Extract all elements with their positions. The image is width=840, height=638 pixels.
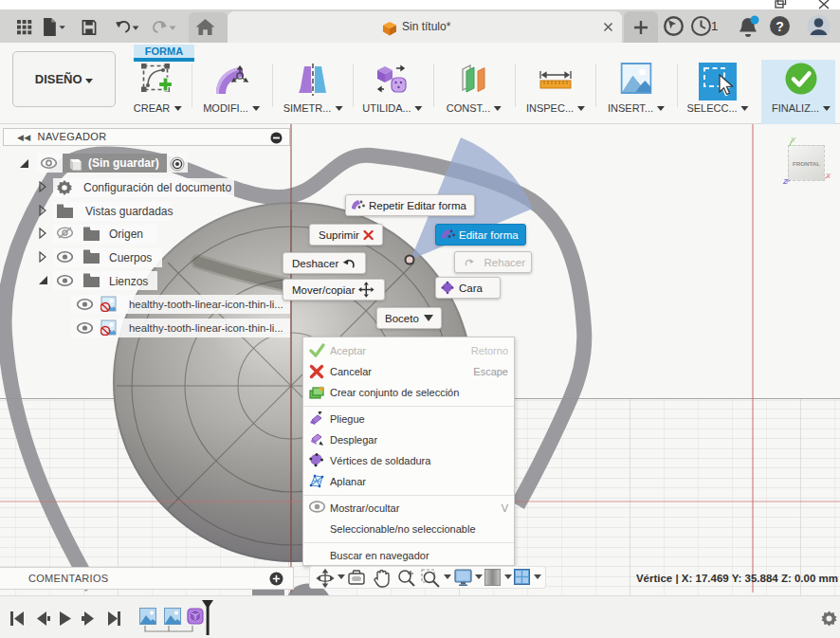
svg-text:?: ? (776, 19, 784, 34)
